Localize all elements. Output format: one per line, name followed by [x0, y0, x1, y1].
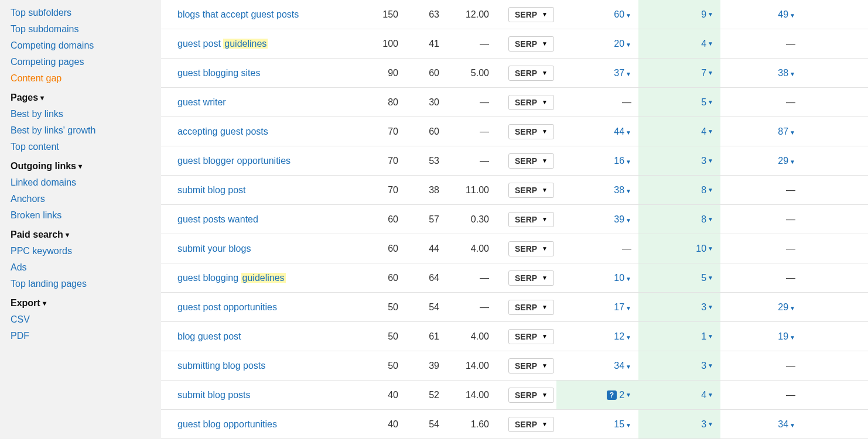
- sidebar-link[interactable]: PDF: [11, 328, 161, 344]
- value-cell[interactable]: 34▼: [556, 361, 638, 371]
- value-cell[interactable]: 7▼: [638, 59, 720, 87]
- serp-button[interactable]: SERP▼: [508, 388, 554, 403]
- keyword-link[interactable]: guest blog opportunities: [177, 419, 277, 429]
- keyword-link[interactable]: guest posts wanted: [177, 214, 258, 224]
- value-cell[interactable]: 10▼: [638, 234, 720, 263]
- dropdown-caret-icon: ▼: [542, 245, 548, 252]
- value-cell[interactable]: 4▼: [638, 29, 720, 58]
- value-cell[interactable]: ?2▼: [556, 381, 638, 409]
- value-cell[interactable]: 3▼: [638, 293, 720, 321]
- value-cell[interactable]: 87▼: [720, 126, 802, 137]
- sidebar-link[interactable]: Top subfolders: [11, 5, 161, 21]
- value-cell[interactable]: 20▼: [556, 39, 638, 49]
- keyword-link[interactable]: guest blogger opportunities: [177, 156, 291, 166]
- sidebar-link[interactable]: Best by links: [11, 106, 161, 122]
- value-cell[interactable]: 12▼: [556, 331, 638, 342]
- keyword-link[interactable]: blog guest post: [177, 331, 241, 341]
- dropdown-caret-icon: ▼: [790, 71, 795, 77]
- sidebar-link[interactable]: Linked domains: [11, 174, 161, 191]
- sidebar-link[interactable]: Competing pages: [11, 54, 161, 70]
- value-cell[interactable]: 3▼: [638, 351, 720, 380]
- dropdown-caret-icon: ▼: [626, 392, 631, 398]
- sidebar-link[interactable]: Best by links' growth: [11, 122, 161, 139]
- value-cell[interactable]: 9▼: [638, 0, 720, 29]
- sidebar-link[interactable]: Anchors: [11, 191, 161, 207]
- sidebar-link[interactable]: Competing domains: [11, 37, 161, 54]
- keyword-link[interactable]: guest blogging sites: [177, 68, 260, 78]
- value-cell[interactable]: 16▼: [556, 156, 638, 166]
- value-cell[interactable]: 19▼: [720, 331, 802, 342]
- sidebar-section-head[interactable]: Outgoing links▾: [11, 155, 161, 174]
- value-cell[interactable]: 8▼: [638, 176, 720, 204]
- serp-button[interactable]: SERP▼: [508, 183, 554, 198]
- dropdown-caret-icon: ▼: [542, 362, 548, 369]
- serp-button[interactable]: SERP▼: [508, 153, 554, 169]
- value-cell[interactable]: 4▼: [638, 381, 720, 409]
- value-cell[interactable]: 44▼: [556, 126, 638, 137]
- value-cell[interactable]: 37▼: [556, 68, 638, 78]
- value-cell[interactable]: 29▼: [720, 302, 802, 313]
- value-cell[interactable]: 8▼: [638, 205, 720, 234]
- sidebar-link[interactable]: PPC keywords: [11, 243, 161, 259]
- serp-button[interactable]: SERP▼: [508, 212, 554, 227]
- serp-button[interactable]: SERP▼: [508, 66, 554, 81]
- sidebar-link[interactable]: Content gap: [11, 70, 161, 87]
- chevron-down-icon: ▾: [43, 299, 46, 307]
- dropdown-caret-icon: ▼: [626, 276, 631, 282]
- keyword-link[interactable]: guest writer: [177, 97, 226, 107]
- keyword-link[interactable]: accepting guest posts: [177, 126, 268, 136]
- value-cell[interactable]: 29▼: [720, 156, 802, 166]
- serp-button[interactable]: SERP▼: [508, 300, 554, 315]
- serp-button[interactable]: SERP▼: [508, 329, 554, 344]
- dropdown-caret-icon: ▼: [708, 40, 713, 47]
- serp-button[interactable]: SERP▼: [508, 417, 554, 432]
- sidebar-section-head[interactable]: Export▾: [11, 292, 161, 311]
- value-cell[interactable]: 4▼: [638, 117, 720, 146]
- value-cell[interactable]: 49▼: [720, 9, 802, 20]
- keyword-link[interactable]: submitting blog posts: [177, 361, 265, 371]
- keyword-link[interactable]: submit your blogs: [177, 244, 251, 253]
- value-cell[interactable]: 17▼: [556, 302, 638, 313]
- keyword-link[interactable]: blogs that accept guest posts: [177, 9, 299, 19]
- sidebar-link[interactable]: Top subdomains: [11, 21, 161, 37]
- sidebar-link[interactable]: Broken links: [11, 207, 161, 224]
- value-cell[interactable]: 3▼: [638, 410, 720, 438]
- sidebar-section-head[interactable]: Paid search▾: [11, 224, 161, 243]
- keyword-link[interactable]: guest post guidelines: [177, 39, 268, 49]
- dropdown-caret-icon: ▼: [708, 99, 713, 105]
- value-cell[interactable]: 3▼: [638, 146, 720, 175]
- value-cell[interactable]: 1▼: [638, 322, 720, 351]
- dropdown-caret-icon: ▼: [708, 245, 713, 252]
- value-cell[interactable]: 5▼: [638, 88, 720, 117]
- dropdown-caret-icon: ▼: [708, 333, 713, 340]
- value-cell[interactable]: 10▼: [556, 273, 638, 283]
- value-cell: —: [439, 156, 489, 166]
- value-cell[interactable]: 34▼: [720, 419, 802, 430]
- sidebar-link[interactable]: Top content: [11, 139, 161, 155]
- value-cell[interactable]: 38▼: [720, 68, 802, 78]
- value-cell: 57: [398, 214, 439, 225]
- dropdown-caret-icon: ▼: [542, 40, 548, 47]
- sidebar-link[interactable]: Ads: [11, 259, 161, 276]
- serp-button[interactable]: SERP▼: [508, 95, 554, 110]
- keyword-link[interactable]: submit blog posts: [177, 390, 251, 400]
- serp-button[interactable]: SERP▼: [508, 36, 554, 52]
- value-cell[interactable]: 60▼: [556, 9, 638, 20]
- keyword-link[interactable]: guest post opportunities: [177, 302, 277, 312]
- serp-button[interactable]: SERP▼: [508, 7, 554, 22]
- serp-button[interactable]: SERP▼: [508, 358, 554, 374]
- dropdown-caret-icon: ▼: [708, 304, 713, 310]
- keyword-link[interactable]: submit blog post: [177, 185, 246, 195]
- sidebar-link[interactable]: CSV: [11, 311, 161, 328]
- keyword-link[interactable]: guest blogging guidelines: [177, 273, 286, 283]
- serp-button[interactable]: SERP▼: [508, 270, 554, 286]
- value-cell[interactable]: 38▼: [556, 185, 638, 196]
- value-cell[interactable]: 5▼: [638, 263, 720, 292]
- serp-button[interactable]: SERP▼: [508, 124, 554, 139]
- value-cell[interactable]: 39▼: [556, 214, 638, 225]
- sidebar-section-head[interactable]: Pages▾: [11, 87, 161, 106]
- keyword-cell: blogs that accept guest posts: [161, 9, 354, 20]
- value-cell[interactable]: 15▼: [556, 419, 638, 430]
- sidebar-link[interactable]: Top landing pages: [11, 276, 161, 292]
- serp-button[interactable]: SERP▼: [508, 241, 554, 256]
